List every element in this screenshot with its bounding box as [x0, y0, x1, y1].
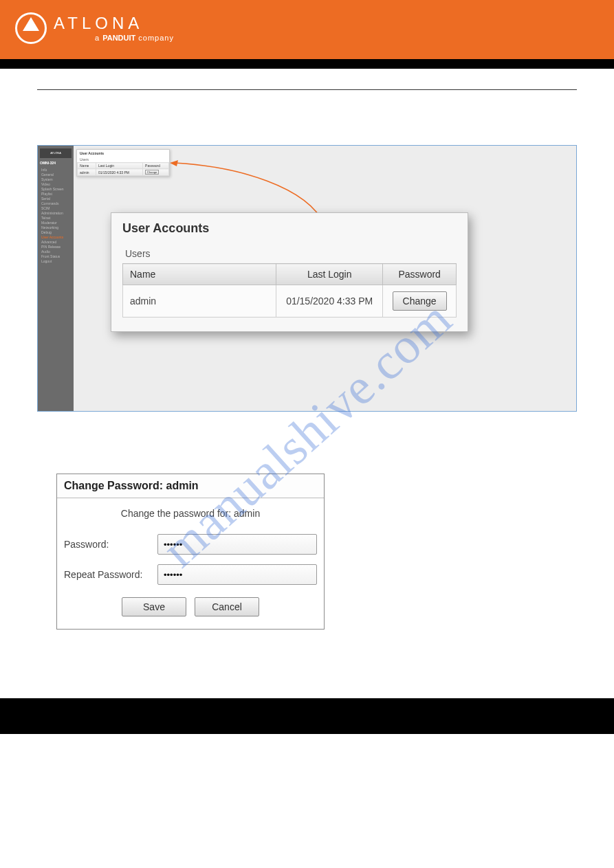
sidebar-item-front[interactable]: Front Status — [40, 254, 72, 259]
sidebar-item-scim[interactable]: SCIM — [40, 206, 72, 211]
brand-name: ATLONA — [54, 15, 174, 32]
sidebar-item-system[interactable]: System — [40, 177, 72, 182]
mini-change-button[interactable]: Change — [145, 170, 159, 175]
sidebar-item-audio[interactable]: Audio — [40, 249, 72, 254]
mini-sidebar: ATLONA OMNI-324 Info General System Vide… — [38, 146, 74, 411]
tagline-bold: PANDUIT — [102, 34, 135, 42]
table-row: admin 01/15/2020 4:33 PM Change — [123, 285, 457, 318]
sidebar-item-debug[interactable]: Debug — [40, 230, 72, 235]
td-name: admin — [123, 285, 276, 318]
sidebar-item-logout[interactable]: Logout — [40, 259, 72, 264]
sidebar-item-user-accounts[interactable]: User Accounts — [40, 235, 72, 240]
sidebar-item-pin[interactable]: PIN Release — [40, 245, 72, 249]
sidebar-item-advanced[interactable]: Advanced — [40, 240, 72, 245]
sidebar-item-admin[interactable]: Administration — [40, 211, 72, 216]
sidebar-item-playlist[interactable]: Playlist — [40, 192, 72, 197]
footer-black-bar — [0, 698, 614, 734]
content-divider — [37, 89, 577, 90]
mini-td-lastlogin: 01/15/2020 4:33 PM — [96, 169, 142, 176]
repeat-password-field[interactable] — [157, 564, 317, 585]
screenshot-user-accounts: ATLONA OMNI-324 Info General System Vide… — [37, 145, 577, 412]
dialog-message: Change the password for: admin — [64, 508, 317, 519]
repeat-password-label: Repeat Password: — [64, 569, 152, 580]
brand-logo-icon — [15, 12, 47, 44]
tagline-prefix: a — [95, 34, 102, 42]
mini-user-accounts-box: User Accounts Users Name Last Login Pass… — [76, 149, 170, 177]
sidebar-item-moderator[interactable]: Moderator — [40, 221, 72, 225]
sidebar-item-video[interactable]: Video — [40, 182, 72, 187]
sidebar-item-splash[interactable]: Splash Screen — [40, 187, 72, 192]
panel-section-label: Users — [122, 248, 457, 259]
change-password-dialog: Change Password: admin Change the passwo… — [56, 474, 325, 630]
change-button[interactable]: Change — [393, 291, 447, 311]
password-label: Password: — [64, 539, 152, 550]
mini-th-lastlogin: Last Login — [96, 163, 142, 169]
mini-box-title: User Accounts — [77, 150, 169, 157]
mini-td-name: admin — [78, 169, 96, 176]
brand-banner: ATLONA a PANDUIT company — [0, 0, 614, 59]
sidebar-item-networking[interactable]: Networking — [40, 225, 72, 230]
th-name: Name — [123, 264, 276, 285]
save-button[interactable]: Save — [122, 597, 186, 616]
cancel-button[interactable]: Cancel — [195, 597, 259, 616]
th-lastlogin: Last Login — [276, 264, 383, 285]
dialog-title: Change Password: admin — [57, 474, 324, 498]
sidebar-item-general[interactable]: General — [40, 173, 72, 177]
brand-tagline: a PANDUIT company — [54, 34, 174, 42]
users-table: Name Last Login Password admin 01/15/202… — [122, 263, 457, 318]
mini-box-subtitle: Users — [77, 157, 169, 162]
td-lastlogin: 01/15/2020 4:33 PM — [276, 285, 383, 318]
mini-th-name: Name — [78, 163, 96, 169]
sidebar-item-commands[interactable]: Commands — [40, 201, 72, 206]
tagline-suffix: company — [135, 34, 174, 42]
mini-logo: ATLONA — [40, 148, 72, 158]
sidebar-item-telnet[interactable]: Telnet — [40, 216, 72, 221]
sidebar-item-serial[interactable]: Serial — [40, 197, 72, 201]
mini-model: OMNI-324 — [40, 161, 72, 166]
user-accounts-panel: User Accounts Users Name Last Login Pass… — [111, 212, 468, 332]
th-password: Password — [383, 264, 457, 285]
divider-black-top — [0, 59, 614, 69]
mini-th-password: Password — [143, 163, 169, 169]
panel-title: User Accounts — [122, 221, 457, 236]
svg-marker-0 — [170, 160, 178, 166]
sidebar-item-info[interactable]: Info — [40, 168, 72, 173]
password-field[interactable] — [157, 534, 317, 555]
